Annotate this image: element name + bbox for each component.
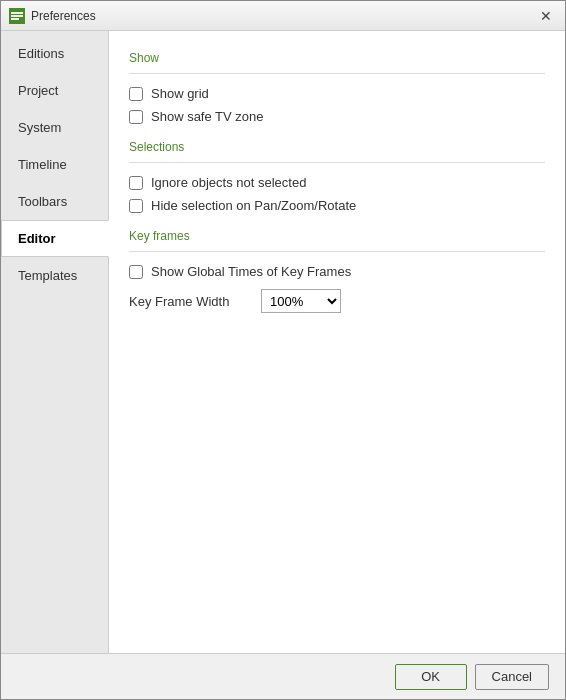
key-frame-width-label: Key Frame Width — [129, 294, 249, 309]
show-grid-row: Show grid — [129, 86, 545, 101]
show-global-times-label: Show Global Times of Key Frames — [151, 264, 351, 279]
svg-rect-1 — [11, 12, 23, 14]
hide-selection-row: Hide selection on Pan/Zoom/Rotate — [129, 198, 545, 213]
cancel-button[interactable]: Cancel — [475, 664, 549, 690]
keyframes-section-header: Key frames — [129, 229, 545, 243]
ignore-objects-row: Ignore objects not selected — [129, 175, 545, 190]
sidebar: Editions Project System Timeline Toolbar… — [1, 31, 109, 653]
sidebar-item-templates[interactable]: Templates — [1, 257, 108, 294]
dialog-footer: OK Cancel — [1, 653, 565, 699]
selections-divider — [129, 162, 545, 163]
app-icon — [9, 8, 25, 24]
hide-selection-checkbox[interactable] — [129, 199, 143, 213]
dialog-body: Editions Project System Timeline Toolbar… — [1, 31, 565, 653]
dialog-title: Preferences — [31, 9, 535, 23]
title-bar: Preferences ✕ — [1, 1, 565, 31]
show-grid-checkbox[interactable] — [129, 87, 143, 101]
show-grid-label: Show grid — [151, 86, 209, 101]
ignore-objects-checkbox[interactable] — [129, 176, 143, 190]
show-tv-zone-row: Show safe TV zone — [129, 109, 545, 124]
show-divider — [129, 73, 545, 74]
show-section: Show Show grid Show safe TV zone — [129, 51, 545, 124]
keyframes-divider — [129, 251, 545, 252]
close-button[interactable]: ✕ — [535, 5, 557, 27]
selections-section-header: Selections — [129, 140, 545, 154]
show-tv-zone-label: Show safe TV zone — [151, 109, 264, 124]
preferences-dialog: Preferences ✕ Editions Project System Ti… — [0, 0, 566, 700]
key-frame-width-row: Key Frame Width 50% 75% 100% 125% 150% — [129, 289, 545, 313]
sidebar-item-project[interactable]: Project — [1, 72, 108, 109]
svg-rect-2 — [11, 15, 23, 17]
hide-selection-label: Hide selection on Pan/Zoom/Rotate — [151, 198, 356, 213]
sidebar-item-system[interactable]: System — [1, 109, 108, 146]
ok-button[interactable]: OK — [395, 664, 467, 690]
ignore-objects-label: Ignore objects not selected — [151, 175, 306, 190]
svg-rect-3 — [11, 18, 19, 20]
sidebar-item-timeline[interactable]: Timeline — [1, 146, 108, 183]
content-area: Show Show grid Show safe TV zone Selecti… — [109, 31, 565, 653]
selections-section: Selections Ignore objects not selected H… — [129, 140, 545, 213]
show-section-header: Show — [129, 51, 545, 65]
keyframes-section: Key frames Show Global Times of Key Fram… — [129, 229, 545, 313]
show-global-times-checkbox[interactable] — [129, 265, 143, 279]
show-global-times-row: Show Global Times of Key Frames — [129, 264, 545, 279]
sidebar-item-editions[interactable]: Editions — [1, 35, 108, 72]
sidebar-item-editor[interactable]: Editor — [1, 220, 109, 257]
sidebar-item-toolbars[interactable]: Toolbars — [1, 183, 108, 220]
show-tv-zone-checkbox[interactable] — [129, 110, 143, 124]
key-frame-width-select[interactable]: 50% 75% 100% 125% 150% — [261, 289, 341, 313]
